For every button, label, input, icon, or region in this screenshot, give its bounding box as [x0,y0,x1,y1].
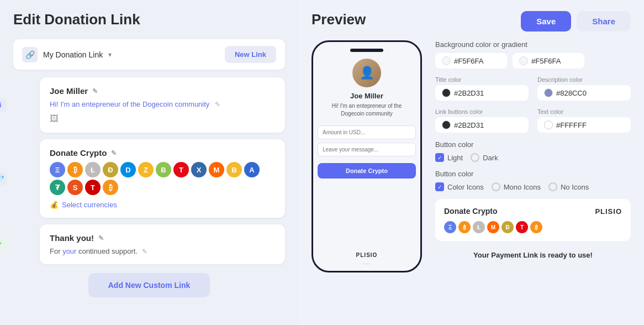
button-color-label-2: Button color [435,170,631,178]
donate-preview-header: Donate Crypto PLISIO [444,207,622,216]
color-icons-checkbox[interactable] [435,182,444,191]
phone-notch [350,49,383,52]
phone-mockup: 👤 Joe Miller Hi! I'm an entepreneur of t… [312,40,422,314]
select-currencies-label: Select currencies [62,201,117,209]
info-side-icon: ℹ [0,98,7,112]
mono-icons-option[interactable]: Mono Icons [492,182,541,191]
phone-screen: 👤 Joe Miller Hi! I'm an entepreneur of t… [312,40,422,272]
no-icons-radio[interactable] [548,182,557,191]
amount-input[interactable] [318,125,416,139]
crypto-card: Donate Crypto ✎ Ξ₿ŁÐDZBTXMBA₮ST₿ 💰 Selec… [40,139,285,218]
mini-coin-btc: ₿ [458,221,471,233]
color-icons-label: Color Icons [447,183,484,191]
title-desc-color-section: Title color #2B2D31 Description color #8… [435,76,631,101]
donate-preview-title: Donate Crypto [444,207,497,216]
title-color-input[interactable]: #2B2D31 [435,85,529,101]
mini-coin-trx: T [516,221,528,233]
phone-user-bio: Hi! I'm an entepreneur of theDogecoin co… [332,102,402,118]
phone-user-name: Joe Miller [350,92,383,100]
preview-title: Preview [312,11,366,28]
image-icon[interactable]: 🖼 [50,114,275,124]
no-icons-option[interactable]: No Icons [548,182,589,191]
title-color-circle [442,88,451,97]
coin-bnb: B [226,162,242,177]
thankyou-card-wrapper: ✓ Thank you! ✎ For your continued suppor… [13,224,285,264]
title-color-section: Title color #2B2D31 [435,76,529,101]
mini-coin-doge: Ð [502,221,514,233]
title-color-value: #2B2D31 [454,89,484,97]
text-color-label: Text color [537,108,631,115]
bg-color-value-2: #F5F6FA [531,57,561,65]
mini-coin-xmr: M [487,221,499,233]
coin-eth: Ξ [50,162,65,177]
left-panel: Edit Donation Link 🔗 My Donation Link ▾ … [0,0,298,325]
button-light-option[interactable]: Light [435,153,463,162]
coin-btc2: ₿ [103,180,118,195]
text-color-section: Text color #FFFFFF [537,108,631,133]
coin-dash: D [120,162,136,177]
desc-color-value: #828CC0 [556,89,587,97]
light-checkbox[interactable] [435,153,444,162]
name-edit-icon[interactable]: ✎ [92,87,98,95]
chevron-down-icon: ▾ [108,51,112,59]
save-button[interactable]: Save [521,11,571,32]
crypto-card-wrapper: 💎 Donate Crypto ✎ Ξ₿ŁÐDZBTXMBA₮ST₿ 💰 Sel… [13,139,285,218]
info-card: Joe Miller ✎ Hi! I'm an entepreneur of t… [40,77,285,133]
text-color-input[interactable]: #FFFFFF [537,117,631,133]
button-radio-group-1: Light Dark [435,153,631,162]
mini-coin-eth: Ξ [444,221,456,233]
link-icon: 🔗 [22,47,38,62]
donation-link-selector[interactable]: 🔗 My Donation Link ▾ New Link [13,39,285,70]
coin-usdt: ₮ [50,180,65,195]
mono-icons-radio[interactable] [492,182,500,191]
action-buttons: Save Share [521,11,631,32]
color-icons-option[interactable]: Color Icons [435,182,484,191]
thankyou-text: For your continued support. ✎ [50,247,275,255]
message-input[interactable] [318,143,416,156]
coin-xrp: X [191,162,207,177]
select-currencies-button[interactable]: 💰 Select currencies [50,201,275,209]
donation-link-left: 🔗 My Donation Link ▾ [22,47,112,62]
right-content: 👤 Joe Miller Hi! I'm an entepreneur of t… [312,40,631,314]
bg-color-input-1[interactable]: #F5F6FA [435,53,507,69]
link-btn-color-input[interactable]: #2B2D31 [435,117,529,133]
button-radio-group-2: Color Icons Mono Icons No Icons [435,182,631,191]
avatar: 👤 [352,59,381,87]
coin-xmr: M [209,162,224,177]
settings-panel: Background color or gradient #F5F6FA #F5… [435,40,631,314]
button-dark-option[interactable]: Dark [471,153,498,162]
bio-edit-icon[interactable]: ✎ [215,101,220,108]
thankyou-title: Thank you! [50,233,94,243]
new-link-button[interactable]: New Link [225,46,276,63]
text-color-value: #FFFFFF [556,121,587,129]
dark-label: Dark [483,154,498,162]
desc-color-input[interactable]: #828CC0 [537,85,631,101]
thankyou-link-word: your [62,247,76,255]
dark-radio[interactable] [471,153,479,162]
info-card-header: Joe Miller ✎ [50,86,275,96]
bg-color-input-2[interactable]: #F5F6FA [513,53,584,69]
bg-color-value-1: #F5F6FA [454,57,483,65]
link-btn-color-section: Link buttons color #2B2D31 [435,108,529,133]
right-panel: Preview Save Share 👤 Joe Miller Hi! I'm … [298,0,644,325]
plisio-logo-small: PLISIO [356,252,378,258]
mini-coin-btc2: ₿ [530,221,542,233]
user-name: Joe Miller [50,86,88,96]
button-color-label-1: Button color [435,140,631,149]
add-custom-link-button[interactable]: Add New Custom Link [88,273,210,297]
coin-ltc: Ł [85,162,101,177]
desc-color-label: Description color [537,76,631,83]
text-color-circle [544,120,553,129]
right-top-bar: Preview Save Share [312,11,631,32]
donate-preview-box: Donate Crypto PLISIO Ξ₿ŁMÐT₿ [435,199,631,241]
check-side-icon: ✓ [0,238,7,251]
mono-icons-label: Mono Icons [504,183,541,191]
crypto-edit-icon[interactable]: ✎ [111,149,117,157]
thankyou-text-edit-icon[interactable]: ✎ [142,248,147,255]
thankyou-edit-icon[interactable]: ✎ [98,234,104,242]
crypto-title: Donate Crypto [50,148,107,158]
phone-donate-button[interactable]: Donate Crypto [318,163,416,179]
coin-zec: Z [138,162,154,177]
share-button[interactable]: Share [577,11,631,32]
coin-trx2: T [85,180,101,195]
